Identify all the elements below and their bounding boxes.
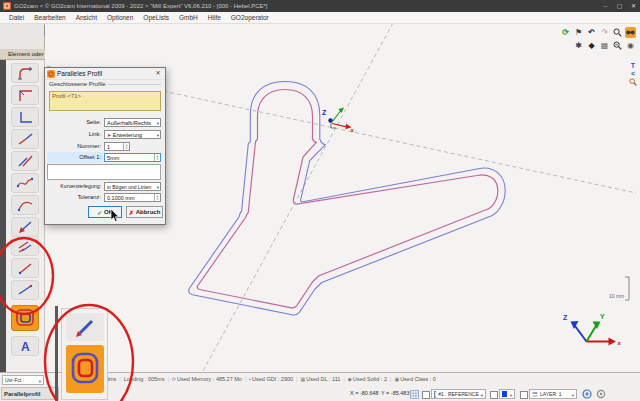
chevron-down-icon: ▾ <box>157 120 159 127</box>
usr-fct-combo[interactable]: Usr-Fct : ▾ <box>2 375 44 385</box>
corner-icon <box>15 87 35 103</box>
layer-manager-icon[interactable] <box>582 389 592 400</box>
toleranz-input[interactable]: 0.1000 mm ▴▾ <box>104 193 161 202</box>
seite-select[interactable]: Außerhalb/Rechts ▾ <box>104 118 161 127</box>
chevron-down-icon: ▾ <box>510 393 512 398</box>
coordinate-y: Y = -85.483 <box>381 390 410 396</box>
segment2-tool[interactable] <box>11 280 39 300</box>
grid-display-icon[interactable]: ▦ <box>599 40 610 51</box>
parallel-profile-icon <box>14 308 36 328</box>
tangent-curve-icon <box>15 197 35 213</box>
active-tool-name: Parallelprofil <box>4 391 40 397</box>
reference-combo[interactable]: #1 : REFERENCE ▾ <box>431 389 486 399</box>
paint-icon[interactable]: ◆ <box>586 40 597 51</box>
settings-gear-icon[interactable] <box>596 389 606 400</box>
dialog-title-bar[interactable]: Paralleles Profil ✕ <box>45 68 165 80</box>
menu-hilfe[interactable]: Hilfe <box>203 12 226 24</box>
spinner[interactable]: ▴▾ <box>154 154 160 161</box>
segment-tool[interactable] <box>11 258 39 278</box>
profile-list-item[interactable]: Profil <71> <box>52 93 158 99</box>
flag-icon[interactable]: ⚑ <box>573 27 584 38</box>
red-x-icon: ✗ <box>129 209 134 216</box>
close-button[interactable]: ✕ <box>627 0 640 12</box>
link-select[interactable]: ➤ Erweiterung ▾ <box>104 130 161 139</box>
tool-flyout-panel <box>61 308 108 400</box>
svg-text:Z: Z <box>563 314 568 321</box>
grid-toggle-icon[interactable] <box>410 390 419 400</box>
offset-input[interactable]: 5mm ▴▾ <box>104 153 161 162</box>
parallel-lines-tool[interactable] <box>11 236 39 256</box>
memory-icon: ⟳ <box>172 376 176 382</box>
spin-down-icon[interactable]: ▾ <box>157 158 159 161</box>
spline-tool[interactable] <box>11 173 39 193</box>
menu-ansicht[interactable]: Ansicht <box>71 12 102 24</box>
maximize-button[interactable]: ▢ <box>613 0 626 12</box>
dialog-close-icon[interactable]: ✕ <box>151 68 165 79</box>
rotate-view-icon[interactable]: ⟳ <box>560 27 571 38</box>
collapse-icon[interactable]: < <box>631 70 635 77</box>
toleranz-label: Toleranz: <box>47 193 101 202</box>
mini-zoom-icon[interactable] <box>629 78 637 87</box>
perpendicular-line-tool[interactable] <box>11 107 39 127</box>
tangent-curve-tool[interactable] <box>11 195 39 215</box>
status-metrics: Drawing : 003ms | Loading : 005ms | ⟳Use… <box>75 376 436 382</box>
dialog-icon <box>47 70 55 78</box>
offset-profile-path[interactable] <box>189 82 505 316</box>
parallel-profile-tool-large[interactable] <box>66 345 104 393</box>
redo-icon[interactable]: ↷ <box>599 27 610 38</box>
link-label: Link: <box>47 130 101 139</box>
sketch-pencil-tool[interactable] <box>66 313 104 341</box>
svg-text:x: x <box>618 340 622 346</box>
solid-count-icon: ◆ <box>348 376 352 382</box>
offset-label: Offset 1: <box>47 153 101 162</box>
minimize-button[interactable]: – <box>599 0 612 12</box>
offset-list-box[interactable] <box>47 164 161 180</box>
spinner[interactable]: ▴▾ <box>154 194 160 201</box>
menu-optionen[interactable]: Optionen <box>102 12 138 24</box>
parallel-profile-tool[interactable] <box>11 305 39 331</box>
color-combo[interactable]: ▾ <box>499 389 515 399</box>
gdi-icon: ▪ <box>249 376 251 382</box>
line-tool[interactable] <box>11 129 39 149</box>
reference-icon <box>434 391 436 398</box>
text-tool[interactable]: A <box>11 336 39 356</box>
nummer-spinner[interactable]: 1 ▴▾ <box>104 142 130 151</box>
spin-down-icon[interactable]: ▾ <box>126 147 128 150</box>
menu-bearbeiten[interactable]: Bearbeiten <box>29 12 70 24</box>
zoom-icon[interactable] <box>612 27 623 38</box>
binoculars-icon[interactable] <box>625 27 636 38</box>
undo-icon[interactable]: ↶ <box>586 27 597 38</box>
menu-datei[interactable]: Datei <box>4 12 29 24</box>
color-checkbox[interactable] <box>490 391 498 399</box>
ok-button[interactable]: ✓ OK <box>88 206 122 218</box>
spinner[interactable]: ▴▾ <box>123 143 129 150</box>
profile-listbox[interactable]: Profil <71> <box>49 91 161 111</box>
zoom-plus-icon[interactable] <box>612 40 623 51</box>
reference-checkbox[interactable] <box>422 391 430 399</box>
corner-tool[interactable] <box>11 85 39 105</box>
tree-tool-icon[interactable]: T <box>631 62 635 69</box>
layer-combo[interactable]: LAYER: 1 ▾ <box>529 389 577 399</box>
visibility-icon[interactable]: ◉ <box>625 40 636 51</box>
menu-go2operator[interactable]: GO2operator <box>226 12 274 24</box>
class-count-icon: ▣ <box>394 376 399 382</box>
dl-icon: ▦ <box>301 376 306 382</box>
view-toolbar-row2: ✱ ◆ ▦ ◉ <box>573 40 636 51</box>
paralleles-profil-dialog: Paralleles Profil ✕ Geschlossene Profile… <box>44 67 166 225</box>
kurven-select[interactable]: in Bögen und Linien ▾ <box>104 182 161 191</box>
trim-lines-tool[interactable] <box>11 151 39 171</box>
svg-text:10 mm: 10 mm <box>609 293 624 299</box>
cancel-button[interactable]: ✗ Abbruch <box>126 206 163 218</box>
scale-ruler: 10 mm <box>609 277 629 300</box>
parallel-lines-icon <box>15 238 35 254</box>
arrow-point-tool[interactable] <box>11 217 39 237</box>
svg-text:A: A <box>21 340 30 354</box>
fillet-corner-tool[interactable] <box>11 63 39 83</box>
menu-opelists[interactable]: OpeLists <box>138 12 174 24</box>
svg-text:x: x <box>351 127 355 133</box>
layer-checkbox[interactable] <box>520 391 528 399</box>
link-chevron-icon: ➤ <box>107 132 111 138</box>
menu-gmbh[interactable]: GmbH <box>174 12 203 24</box>
star-icon[interactable]: ✱ <box>573 40 584 51</box>
spin-down-icon[interactable]: ▾ <box>157 198 159 201</box>
